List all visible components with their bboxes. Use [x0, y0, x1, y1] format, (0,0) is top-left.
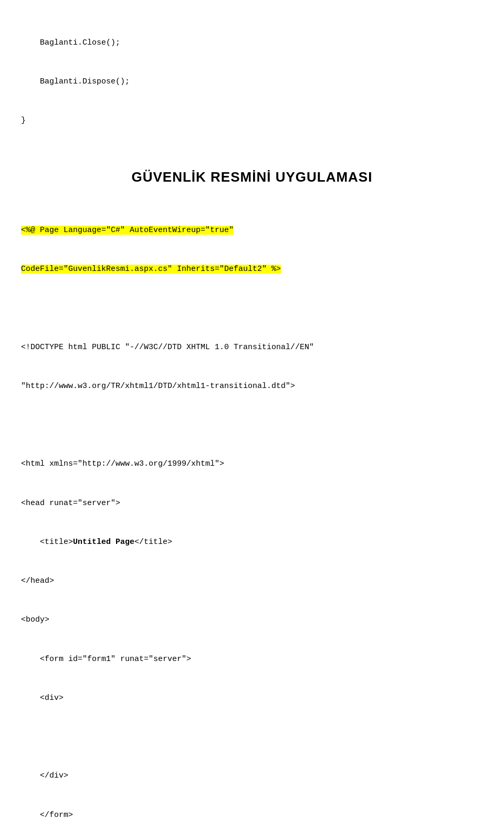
aspx-line-11: <div>: [21, 692, 483, 705]
aspx-line-blank2: [21, 419, 483, 432]
aspx-line-4: "http://www.w3.org/TR/xhtml1/DTD/xhtml1-…: [21, 380, 483, 393]
aspx-line-3: <!DOCTYPE html PUBLIC "-//W3C//DTD XHTML…: [21, 341, 483, 354]
top-code-section: Baglanti.Close(); Baglanti.Dispose(); }: [21, 11, 483, 153]
aspx-line-1: <%@ Page Language="C#" AutoEventWireup="…: [21, 224, 483, 237]
aspx-line-7: <title>Untitled Page</title>: [21, 536, 483, 549]
aspx-line-2: CodeFile="GuvenlikResmi.aspx.cs" Inherit…: [21, 263, 483, 276]
aspx-line-blank3: [21, 731, 483, 744]
section-title: GÜVENLİK RESMİNİ UYGULAMASI: [21, 169, 483, 185]
aspx-line-13: </form>: [21, 809, 483, 819]
aspx-line-12: </div>: [21, 770, 483, 783]
aspx-line-8: </head>: [21, 575, 483, 588]
aspx-line-5: <html xmlns="http://www.w3.org/1999/xhtm…: [21, 458, 483, 471]
top-line-2: Baglanti.Dispose();: [21, 76, 483, 89]
top-code-block: Baglanti.Close(); Baglanti.Dispose(); }: [21, 11, 483, 153]
aspx-line-9: <body>: [21, 614, 483, 627]
aspx-code-block: <%@ Page Language="C#" AutoEventWireup="…: [21, 198, 483, 818]
top-line-1: Baglanti.Close();: [21, 37, 483, 50]
aspx-line-10: <form id="form1" runat="server">: [21, 653, 483, 666]
aspx-line-6: <head runat="server">: [21, 497, 483, 510]
aspx-line-blank1: [21, 302, 483, 315]
top-line-3: }: [21, 114, 483, 128]
